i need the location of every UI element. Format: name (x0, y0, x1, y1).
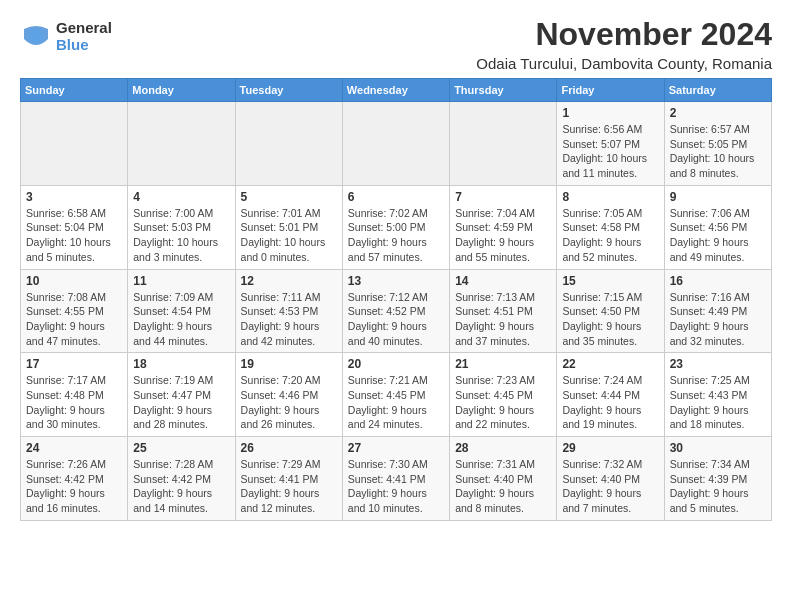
day-cell: 8Sunrise: 7:05 AMSunset: 4:58 PMDaylight… (557, 185, 664, 269)
day-info: Sunrise: 7:05 AMSunset: 4:58 PMDaylight:… (562, 206, 658, 265)
logo-blue: Blue (56, 37, 112, 54)
day-number: 23 (670, 357, 766, 371)
header-monday: Monday (128, 79, 235, 102)
day-info: Sunrise: 7:02 AMSunset: 5:00 PMDaylight:… (348, 206, 444, 265)
day-cell: 21Sunrise: 7:23 AMSunset: 4:45 PMDayligh… (450, 353, 557, 437)
calendar: Sunday Monday Tuesday Wednesday Thursday… (20, 78, 772, 521)
header-thursday: Thursday (450, 79, 557, 102)
day-info: Sunrise: 7:20 AMSunset: 4:46 PMDaylight:… (241, 373, 337, 432)
day-number: 18 (133, 357, 229, 371)
day-cell (128, 102, 235, 186)
day-number: 25 (133, 441, 229, 455)
logo: General Blue (20, 20, 112, 53)
day-info: Sunrise: 7:12 AMSunset: 4:52 PMDaylight:… (348, 290, 444, 349)
day-cell: 26Sunrise: 7:29 AMSunset: 4:41 PMDayligh… (235, 437, 342, 521)
logo-icon (20, 21, 52, 53)
day-cell: 30Sunrise: 7:34 AMSunset: 4:39 PMDayligh… (664, 437, 771, 521)
day-number: 5 (241, 190, 337, 204)
location-subtitle: Odaia Turcului, Dambovita County, Romani… (476, 55, 772, 72)
day-info: Sunrise: 6:56 AMSunset: 5:07 PMDaylight:… (562, 122, 658, 181)
day-cell: 25Sunrise: 7:28 AMSunset: 4:42 PMDayligh… (128, 437, 235, 521)
week-row-4: 24Sunrise: 7:26 AMSunset: 4:42 PMDayligh… (21, 437, 772, 521)
month-title: November 2024 (476, 16, 772, 53)
day-info: Sunrise: 7:00 AMSunset: 5:03 PMDaylight:… (133, 206, 229, 265)
week-row-2: 10Sunrise: 7:08 AMSunset: 4:55 PMDayligh… (21, 269, 772, 353)
day-cell: 23Sunrise: 7:25 AMSunset: 4:43 PMDayligh… (664, 353, 771, 437)
day-info: Sunrise: 6:58 AMSunset: 5:04 PMDaylight:… (26, 206, 122, 265)
day-info: Sunrise: 6:57 AMSunset: 5:05 PMDaylight:… (670, 122, 766, 181)
header: General Blue November 2024 Odaia Turculu… (20, 16, 772, 72)
day-info: Sunrise: 7:09 AMSunset: 4:54 PMDaylight:… (133, 290, 229, 349)
day-cell: 1Sunrise: 6:56 AMSunset: 5:07 PMDaylight… (557, 102, 664, 186)
day-info: Sunrise: 7:16 AMSunset: 4:49 PMDaylight:… (670, 290, 766, 349)
day-cell: 2Sunrise: 6:57 AMSunset: 5:05 PMDaylight… (664, 102, 771, 186)
day-number: 9 (670, 190, 766, 204)
day-info: Sunrise: 7:11 AMSunset: 4:53 PMDaylight:… (241, 290, 337, 349)
day-number: 29 (562, 441, 658, 455)
day-number: 22 (562, 357, 658, 371)
day-cell: 11Sunrise: 7:09 AMSunset: 4:54 PMDayligh… (128, 269, 235, 353)
day-info: Sunrise: 7:15 AMSunset: 4:50 PMDaylight:… (562, 290, 658, 349)
day-number: 28 (455, 441, 551, 455)
day-number: 19 (241, 357, 337, 371)
day-cell: 6Sunrise: 7:02 AMSunset: 5:00 PMDaylight… (342, 185, 449, 269)
day-cell: 3Sunrise: 6:58 AMSunset: 5:04 PMDaylight… (21, 185, 128, 269)
day-cell (450, 102, 557, 186)
day-info: Sunrise: 7:32 AMSunset: 4:40 PMDaylight:… (562, 457, 658, 516)
day-number: 21 (455, 357, 551, 371)
week-row-1: 3Sunrise: 6:58 AMSunset: 5:04 PMDaylight… (21, 185, 772, 269)
day-cell (342, 102, 449, 186)
header-friday: Friday (557, 79, 664, 102)
day-number: 2 (670, 106, 766, 120)
day-cell: 24Sunrise: 7:26 AMSunset: 4:42 PMDayligh… (21, 437, 128, 521)
day-cell: 13Sunrise: 7:12 AMSunset: 4:52 PMDayligh… (342, 269, 449, 353)
day-cell: 4Sunrise: 7:00 AMSunset: 5:03 PMDaylight… (128, 185, 235, 269)
day-info: Sunrise: 7:34 AMSunset: 4:39 PMDaylight:… (670, 457, 766, 516)
day-info: Sunrise: 7:04 AMSunset: 4:59 PMDaylight:… (455, 206, 551, 265)
day-number: 14 (455, 274, 551, 288)
day-number: 10 (26, 274, 122, 288)
header-tuesday: Tuesday (235, 79, 342, 102)
day-cell: 7Sunrise: 7:04 AMSunset: 4:59 PMDaylight… (450, 185, 557, 269)
day-number: 6 (348, 190, 444, 204)
title-block: November 2024 Odaia Turcului, Dambovita … (476, 16, 772, 72)
day-cell: 15Sunrise: 7:15 AMSunset: 4:50 PMDayligh… (557, 269, 664, 353)
day-cell: 27Sunrise: 7:30 AMSunset: 4:41 PMDayligh… (342, 437, 449, 521)
day-info: Sunrise: 7:13 AMSunset: 4:51 PMDaylight:… (455, 290, 551, 349)
day-info: Sunrise: 7:24 AMSunset: 4:44 PMDaylight:… (562, 373, 658, 432)
day-info: Sunrise: 7:23 AMSunset: 4:45 PMDaylight:… (455, 373, 551, 432)
day-info: Sunrise: 7:19 AMSunset: 4:47 PMDaylight:… (133, 373, 229, 432)
day-number: 17 (26, 357, 122, 371)
day-cell: 28Sunrise: 7:31 AMSunset: 4:40 PMDayligh… (450, 437, 557, 521)
day-number: 4 (133, 190, 229, 204)
header-wednesday: Wednesday (342, 79, 449, 102)
day-info: Sunrise: 7:26 AMSunset: 4:42 PMDaylight:… (26, 457, 122, 516)
day-number: 26 (241, 441, 337, 455)
day-info: Sunrise: 7:08 AMSunset: 4:55 PMDaylight:… (26, 290, 122, 349)
day-number: 20 (348, 357, 444, 371)
day-cell: 14Sunrise: 7:13 AMSunset: 4:51 PMDayligh… (450, 269, 557, 353)
day-number: 11 (133, 274, 229, 288)
week-row-3: 17Sunrise: 7:17 AMSunset: 4:48 PMDayligh… (21, 353, 772, 437)
day-cell: 5Sunrise: 7:01 AMSunset: 5:01 PMDaylight… (235, 185, 342, 269)
day-cell: 20Sunrise: 7:21 AMSunset: 4:45 PMDayligh… (342, 353, 449, 437)
day-info: Sunrise: 7:28 AMSunset: 4:42 PMDaylight:… (133, 457, 229, 516)
header-saturday: Saturday (664, 79, 771, 102)
day-number: 3 (26, 190, 122, 204)
day-cell: 19Sunrise: 7:20 AMSunset: 4:46 PMDayligh… (235, 353, 342, 437)
day-cell (21, 102, 128, 186)
day-info: Sunrise: 7:01 AMSunset: 5:01 PMDaylight:… (241, 206, 337, 265)
day-cell: 12Sunrise: 7:11 AMSunset: 4:53 PMDayligh… (235, 269, 342, 353)
logo-general: General (56, 20, 112, 37)
page: General Blue November 2024 Odaia Turculu… (0, 0, 792, 531)
day-number: 13 (348, 274, 444, 288)
day-info: Sunrise: 7:29 AMSunset: 4:41 PMDaylight:… (241, 457, 337, 516)
day-info: Sunrise: 7:17 AMSunset: 4:48 PMDaylight:… (26, 373, 122, 432)
day-cell: 18Sunrise: 7:19 AMSunset: 4:47 PMDayligh… (128, 353, 235, 437)
day-number: 8 (562, 190, 658, 204)
day-info: Sunrise: 7:30 AMSunset: 4:41 PMDaylight:… (348, 457, 444, 516)
day-number: 7 (455, 190, 551, 204)
day-cell: 9Sunrise: 7:06 AMSunset: 4:56 PMDaylight… (664, 185, 771, 269)
day-number: 27 (348, 441, 444, 455)
week-row-0: 1Sunrise: 6:56 AMSunset: 5:07 PMDaylight… (21, 102, 772, 186)
